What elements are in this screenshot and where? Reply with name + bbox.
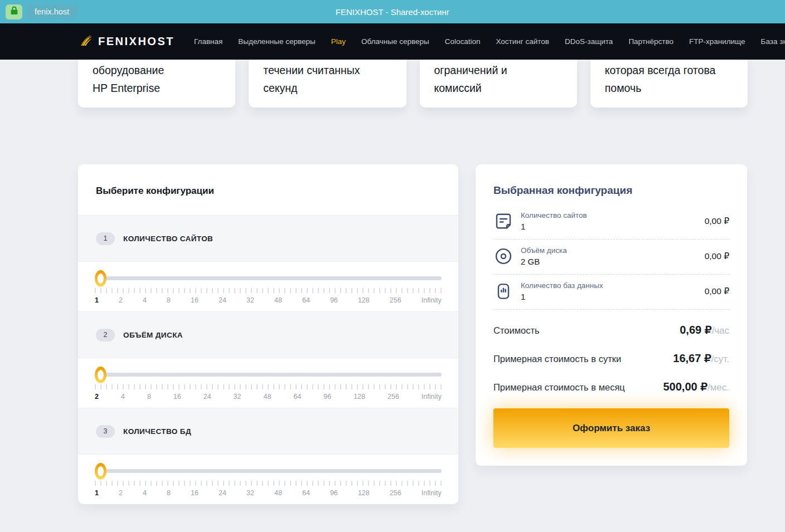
tick-label: 2 [119, 489, 123, 497]
configurator-title: Выберите конфигурации [78, 164, 458, 215]
feature-cards-row: оборудование HP Enterprise течении счита… [78, 53, 748, 108]
tick-label: Infinity [421, 296, 442, 304]
summary-item-value: 1 [521, 222, 705, 231]
nav-item-colocation[interactable]: Colocation [445, 37, 481, 46]
configurator-card: Выберите конфигурации 1 КОЛИЧЕСТВО САЙТО… [78, 164, 458, 504]
step-badge: 2 [96, 329, 115, 341]
slider-sites-track[interactable] [100, 276, 442, 280]
main-content: Выберите конфигурации 1 КОЛИЧЕСТВО САЙТО… [78, 164, 785, 504]
slider-disk-track[interactable] [100, 373, 442, 377]
summary-item-price: 0,00 ₽ [705, 216, 729, 226]
tick-label: 256 [390, 489, 401, 497]
tick-label: 48 [274, 296, 282, 304]
summary-item-label: Объём диска [521, 246, 705, 255]
total-unit: /час [711, 325, 729, 336]
summary-title: Выбранная конфигурация [493, 184, 729, 197]
summary-item-disk: Объём диска 2 GB 0,00 ₽ [493, 240, 729, 274]
slider-sites-handle[interactable] [95, 270, 106, 287]
nav-item-ddos-protection[interactable]: DDoS-защита [565, 37, 613, 46]
slider-db-ruler [95, 481, 442, 486]
tick-label: 48 [263, 393, 271, 401]
total-unit: /мес. [708, 382, 729, 393]
brand-logo[interactable]: FENIXHOST [80, 34, 175, 50]
window-title: FENIXHOST - Shared-хостинг [0, 7, 785, 17]
tick-label: 24 [219, 296, 226, 304]
nav-item-site-hosting[interactable]: Хостинг сайтов [496, 37, 549, 46]
summary-card: Выбранная конфигурация Количество сайтов… [476, 164, 747, 466]
summary-item-databases: Количество баз данных 1 0,00 ₽ [493, 275, 729, 309]
tick-label: 32 [234, 393, 241, 401]
slider-db-ticks: 1 2 4 8 16 24 32 48 64 96 128 256 Infini… [95, 489, 442, 497]
tick-label: Infinity [421, 393, 442, 401]
lock-badge[interactable] [6, 4, 22, 19]
tick-label: 64 [293, 393, 301, 401]
total-row-monthly: Примерная стоимость в месяц 500,00 ₽/мес… [493, 380, 729, 393]
tick-label: 32 [246, 296, 254, 304]
feature-card-hardware: оборудование HP Enterprise [78, 53, 235, 108]
tick-label: 32 [246, 489, 254, 497]
tick-label: 16 [191, 296, 198, 304]
total-value: 500,00 ₽/мес. [663, 380, 729, 393]
feature-card-line: помочь [605, 79, 733, 97]
tick-label: 128 [353, 393, 365, 401]
feature-card-line: комиссий [434, 79, 563, 97]
nav-item-ftp-storage[interactable]: FTP-хранилище [689, 37, 745, 46]
tick-label: 48 [274, 489, 282, 497]
feature-card-line: HP Enterprise [93, 79, 221, 97]
nav-item-dedicated-servers[interactable]: Выделенные серверы [238, 37, 315, 46]
tick-label: 1 [95, 296, 99, 304]
sites-icon [493, 211, 513, 231]
slider-disk: 2 4 8 16 24 32 48 64 96 128 256 Infinity [78, 358, 458, 408]
summary-item-info: Объём диска 2 GB [521, 246, 705, 266]
feature-card-no-limits: ограничений и комиссий [420, 53, 577, 108]
tick-label: 8 [147, 393, 151, 401]
tick-label: 24 [219, 489, 226, 497]
tick-label: 8 [167, 489, 171, 497]
lock-icon [10, 6, 18, 17]
tick-label: 96 [323, 393, 331, 401]
slider-db: 1 2 4 8 16 24 32 48 64 96 128 256 Infini… [78, 455, 458, 504]
tick-label: 1 [95, 489, 99, 497]
order-button[interactable]: Оформить заказ [493, 408, 729, 448]
tick-label: 2 [119, 296, 123, 304]
total-row-hourly: Стоимость 0,69 ₽/час [493, 323, 729, 336]
tick-label: 8 [167, 296, 171, 304]
brand-name: FENIXHOST [98, 35, 175, 48]
nav-item-cloud-servers[interactable]: Облачные серверы [361, 37, 429, 46]
total-label: Примерная стоимость в сутки [493, 354, 621, 364]
tick-label: 4 [143, 296, 147, 304]
slider-db-handle[interactable] [95, 463, 106, 480]
fenix-feather-icon [80, 34, 93, 50]
url-field[interactable]: fenix.host [26, 5, 77, 18]
tick-label: 4 [121, 393, 125, 401]
tick-label: Infinity [421, 489, 442, 497]
section-label-sites: КОЛИЧЕСТВО САЙТОВ [123, 235, 213, 243]
step-badge: 3 [96, 425, 115, 438]
section-label-disk: ОБЪЁМ ДИСКА [123, 331, 183, 339]
section-disk-header: 2 ОБЪЁМ ДИСКА [78, 311, 458, 358]
section-label-db: КОЛИЧЕСТВО БД [123, 427, 191, 436]
slider-disk-ticks: 2 4 8 16 24 32 48 64 96 128 256 Infinity [95, 393, 442, 401]
browser-title-bar: fenix.host FENIXHOST - Shared-хостинг [0, 0, 785, 23]
tick-label: 256 [387, 393, 399, 401]
slider-db-track[interactable] [100, 469, 442, 473]
slider-sites-ruler [95, 288, 442, 293]
nav-item-glavnaya[interactable]: Главная [194, 37, 222, 46]
summary-item-price: 0,00 ₽ [705, 251, 729, 261]
step-badge: 1 [96, 232, 115, 245]
total-label: Стоимость [493, 325, 540, 336]
nav-item-knowledge-base[interactable]: База знани [761, 37, 785, 46]
tick-label: 4 [143, 489, 147, 497]
nav-item-play[interactable]: Play [331, 37, 346, 46]
slider-disk-handle[interactable] [95, 367, 106, 383]
feature-card-line: течении считанных [263, 61, 391, 79]
tick-label: 64 [302, 296, 310, 304]
totals-block: Стоимость 0,69 ₽/час Примерная стоимость… [493, 323, 729, 393]
section-db-header: 3 КОЛИЧЕСТВО БД [78, 408, 458, 455]
tick-label: 256 [390, 296, 401, 304]
tick-label: 96 [330, 489, 338, 497]
nav-item-partnership[interactable]: Партнёрство [628, 37, 673, 46]
total-value: 0,69 ₽/час [680, 323, 729, 336]
summary-item-label: Количество сайтов [521, 211, 705, 219]
summary-item-price: 0,00 ₽ [705, 286, 729, 296]
